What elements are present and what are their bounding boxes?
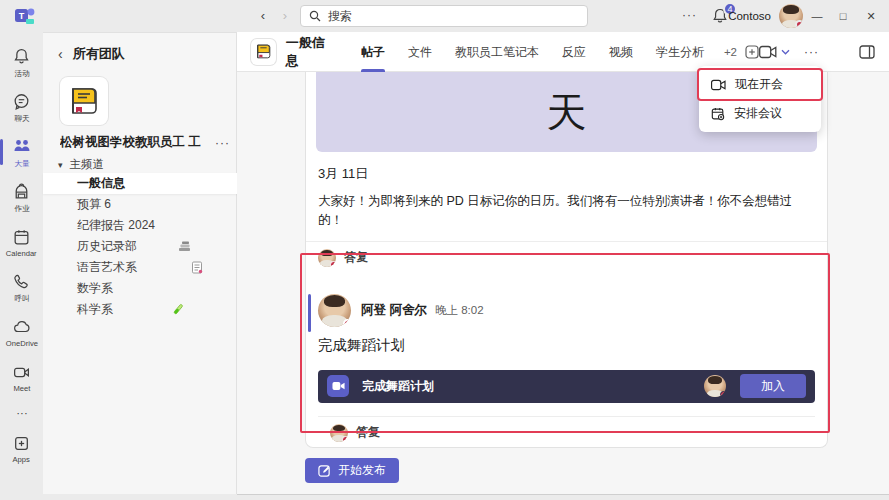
channel-label: 科学系 xyxy=(77,302,113,316)
section-label: 主频道 xyxy=(70,157,105,172)
close-button[interactable]: ✕ xyxy=(861,6,881,26)
search-icon xyxy=(309,10,321,22)
video-camera-icon xyxy=(759,45,777,59)
channel-math-dept[interactable]: 数学系 xyxy=(43,278,237,299)
back-chevron-icon[interactable]: ‹ xyxy=(58,46,63,62)
svg-text:T: T xyxy=(19,11,25,21)
team-avatar[interactable] xyxy=(60,77,108,125)
compose-label: 开始发布 xyxy=(338,462,386,479)
add-tab-button[interactable] xyxy=(745,45,759,59)
rail-item-calls[interactable]: 呼叫 xyxy=(0,265,43,310)
start-post-button[interactable]: 开始发布 xyxy=(305,458,399,483)
channel-history-dept[interactable]: 历史记录部 xyxy=(43,236,237,257)
avatar xyxy=(330,424,348,442)
maximize-button[interactable]: □ xyxy=(833,6,853,26)
rail-item-assignments[interactable]: 作业 xyxy=(0,175,43,220)
reply-button[interactable]: 答复 xyxy=(318,416,815,447)
chat-icon xyxy=(12,92,31,111)
tab-files[interactable]: 文件 xyxy=(408,32,432,72)
video-camera-icon xyxy=(332,381,345,391)
section-main-channels[interactable]: ▾ 主频道 xyxy=(58,157,104,172)
author-name[interactable]: 阿登 阿舍尔 xyxy=(361,302,427,319)
team-name[interactable]: 松树视图学校教职员工 工 xyxy=(60,134,201,151)
video-camera-icon xyxy=(12,363,31,382)
rail-item-teams[interactable]: 大量 xyxy=(0,130,43,175)
channel-general[interactable]: 一般信息 xyxy=(43,173,237,194)
cloud-icon xyxy=(12,317,32,337)
post-message-2: 阿登 阿舍尔 晚上 8:02 完成舞蹈计划 完成舞蹈计划 加入 答复 xyxy=(306,284,827,447)
rail-label: OneDrive xyxy=(5,339,37,348)
rail-more-button[interactable]: ··· xyxy=(0,400,43,426)
tab-overflow-count[interactable]: +2 xyxy=(724,46,737,58)
team-more-button[interactable]: ··· xyxy=(215,136,230,150)
tab-bar: 帖子 文件 教职员工笔记本 反应 视频 学生分析 xyxy=(361,32,704,72)
rail-label: 聊天 xyxy=(14,113,29,123)
channel-budget[interactable]: 预算 6 xyxy=(43,194,237,215)
apps-icon xyxy=(12,434,31,453)
book-icon xyxy=(254,42,273,61)
menu-item-meet-now[interactable]: 现在开会 xyxy=(699,70,821,99)
participant-avatar xyxy=(704,375,726,397)
search-placeholder: 搜索 xyxy=(328,8,352,25)
minimize-button[interactable]: — xyxy=(807,6,827,26)
chevron-down-icon xyxy=(781,49,790,55)
calendar-icon xyxy=(12,228,31,247)
channel-language-arts[interactable]: 语言艺术系 xyxy=(43,257,237,278)
rail-item-activity[interactable]: 活动 xyxy=(0,40,43,85)
channel-title[interactable]: 一般信息 xyxy=(286,34,335,70)
rail-item-calendar[interactable]: Calendar xyxy=(0,220,43,265)
avatar xyxy=(318,249,336,267)
rail-item-apps[interactable]: Apps xyxy=(0,426,43,471)
channel-science-dept[interactable]: 科学系 xyxy=(43,299,237,320)
channel-sidebar: ‹ 所有团队 松树视图学校教职员工 工 ··· ▾ 主频道 一般信息 预算 6 … xyxy=(43,32,237,494)
channel-header: 一般信息 帖子 文件 教职员工笔记本 反应 视频 学生分析 +2 ··· xyxy=(237,32,889,72)
busy-status-dot xyxy=(343,319,351,327)
open-pane-icon[interactable] xyxy=(859,45,875,59)
busy-status-dot xyxy=(795,20,803,28)
rail-label: Calendar xyxy=(6,249,37,258)
busy-status-dot xyxy=(342,436,348,442)
meet-dropdown-menu: 现在开会 安排会议 xyxy=(699,66,821,132)
tab-video[interactable]: 视频 xyxy=(609,32,633,72)
notebook-icon xyxy=(191,261,203,274)
panel-icon xyxy=(859,45,875,59)
nav-forward-button[interactable]: › xyxy=(277,8,293,24)
rail-label: 活动 xyxy=(14,68,29,78)
reply-label: 答复 xyxy=(344,249,368,266)
banner-text: 天 xyxy=(547,85,587,140)
user-avatar[interactable] xyxy=(779,4,803,28)
tab-insights[interactable]: 学生分析 xyxy=(656,32,704,72)
join-meeting-button[interactable]: 加入 xyxy=(740,374,806,398)
menu-item-schedule-meeting[interactable]: 安排会议 xyxy=(699,99,821,128)
search-input[interactable]: 搜索 xyxy=(300,5,588,27)
backpack-icon xyxy=(12,182,31,201)
rail-item-chat[interactable]: 聊天 xyxy=(0,85,43,130)
author-avatar[interactable] xyxy=(318,294,351,327)
rail-item-onedrive[interactable]: OneDrive xyxy=(0,310,43,355)
all-teams-label[interactable]: 所有团队 xyxy=(73,45,125,63)
titlebar-more-button[interactable]: ··· xyxy=(682,8,697,22)
tab-staff-notebook[interactable]: 教职员工笔记本 xyxy=(455,32,539,72)
meet-now-dropdown-button[interactable] xyxy=(759,45,790,59)
rail-label: 呼叫 xyxy=(14,293,29,303)
bell-icon xyxy=(12,47,31,66)
app-rail: 活动 聊天 大量 作业 Calendar 呼叫 OneDrive Meet ··… xyxy=(0,32,43,494)
title-bar: T ‹ › 搜索 ··· 4 Contoso — □ ✕ xyxy=(0,0,889,32)
nav-back-button[interactable]: ‹ xyxy=(255,8,271,24)
rail-item-meet[interactable]: Meet xyxy=(0,355,43,400)
compose-icon xyxy=(318,464,331,477)
calendar-plus-icon xyxy=(711,107,725,121)
tab-reflect[interactable]: 反应 xyxy=(562,32,586,72)
busy-status-dot xyxy=(720,391,726,397)
channel-more-button[interactable]: ··· xyxy=(804,45,819,59)
channel-label: 预算 6 xyxy=(77,197,111,211)
channel-label: 语言艺术系 xyxy=(77,260,137,274)
window-bottom-divider xyxy=(237,494,889,495)
reply-button[interactable]: 答复 xyxy=(306,241,827,272)
account-name: Contoso xyxy=(728,10,771,22)
meeting-card[interactable]: 完成舞蹈计划 加入 xyxy=(318,370,815,403)
post-message: 大家好！为即将到来的 PD 日标记你的日历。我们将有一位特别演讲者！你不会想错过… xyxy=(318,192,815,230)
rail-label: Apps xyxy=(13,455,30,464)
channel-discipline-reports[interactable]: 纪律报告 2024 xyxy=(43,215,237,236)
tab-posts[interactable]: 帖子 xyxy=(361,32,385,72)
